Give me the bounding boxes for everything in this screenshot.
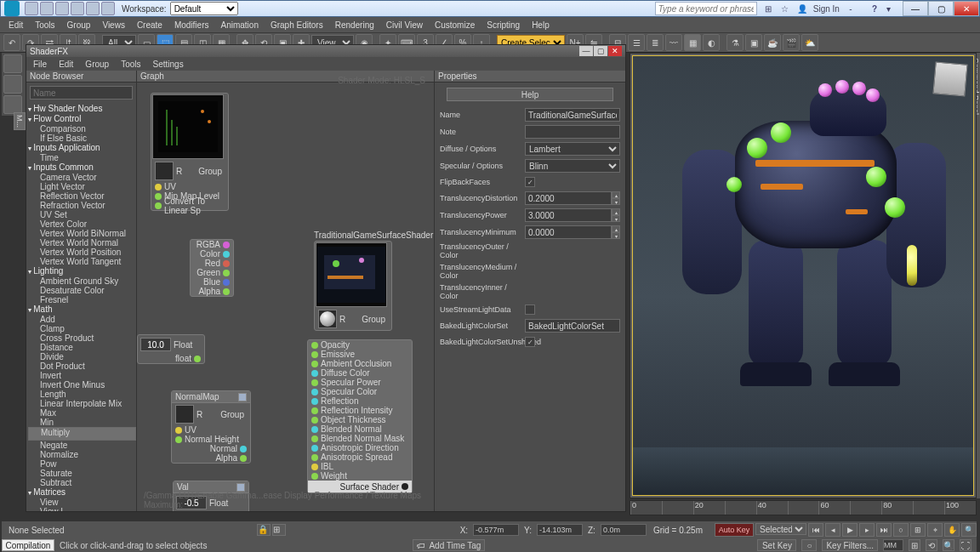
port-emissive[interactable]: Emissive: [308, 350, 412, 359]
prop-tm-input[interactable]: [525, 225, 612, 239]
nav-max-icon[interactable]: ⛶: [960, 539, 971, 551]
nb-item[interactable]: Clamp: [28, 324, 136, 333]
nav-4-icon[interactable]: 🔍: [961, 523, 977, 537]
nb-item[interactable]: Max: [28, 408, 136, 418]
key-mode-select[interactable]: Selected: [755, 523, 806, 535]
prop-note-input[interactable]: [525, 125, 620, 139]
key-icon[interactable]: ○: [893, 523, 909, 537]
port-reflection[interactable]: Reflection: [308, 396, 412, 406]
nb-item[interactable]: Desaturate Color: [28, 286, 136, 295]
prop-specular-select[interactable]: Blinn: [525, 159, 620, 173]
maximize-button[interactable]: ▢: [928, 1, 954, 16]
nb-item[interactable]: Normalize: [28, 450, 136, 459]
render-prod-icon[interactable]: 🎬: [783, 34, 800, 51]
qat-redo-icon[interactable]: [86, 2, 100, 15]
minimize-button[interactable]: —: [903, 1, 928, 16]
nb-item[interactable]: Refraction Vector: [28, 201, 136, 210]
undo-icon[interactable]: ↶: [3, 34, 20, 51]
nb-category[interactable]: Hw Shader Nodes: [28, 104, 136, 114]
group-toggle-icon[interactable]: [236, 483, 245, 492]
sfx-menu-edit[interactable]: Edit: [59, 60, 73, 69]
port-blended-normal-mask[interactable]: Blended Normal Mask: [308, 434, 412, 443]
menu-help[interactable]: Help: [532, 20, 550, 30]
goto-end-icon[interactable]: ⏭: [876, 523, 892, 537]
float-value[interactable]: 10.0: [140, 338, 171, 351]
keyfilters-button[interactable]: Key Filters...: [822, 539, 878, 551]
spinner-up-icon[interactable]: ▴: [612, 208, 620, 215]
sfx-menu-file[interactable]: File: [33, 60, 47, 69]
sfx-minimize-button[interactable]: —: [579, 46, 593, 56]
nb-category[interactable]: Math: [28, 304, 136, 315]
port-reflection-intensity[interactable]: Reflection Intensity: [308, 406, 412, 415]
nb-item[interactable]: Invert One Minus: [28, 380, 136, 390]
nb-category[interactable]: Inputs Common: [28, 162, 136, 173]
render-setup-icon[interactable]: ⚗: [726, 34, 744, 51]
nb-item[interactable]: Subtract: [28, 478, 136, 487]
node-texture-group[interactable]: R Group UV Mip Map Level Convert To Line…: [151, 93, 229, 211]
search-input[interactable]: [655, 2, 757, 15]
nb-item[interactable]: Ambient Ground Sky: [28, 276, 136, 286]
menu-create[interactable]: Create: [137, 20, 162, 30]
nb-item[interactable]: Invert: [28, 371, 136, 380]
port-object-thickness[interactable]: Object Thickness: [308, 415, 412, 424]
setkey-button[interactable]: Set Key: [757, 539, 796, 551]
prop-bl-input[interactable]: [525, 319, 620, 333]
render-frame-icon[interactable]: ▣: [745, 34, 762, 51]
group-toggle-icon[interactable]: [238, 393, 247, 401]
next-frame-icon[interactable]: ▸: [859, 523, 875, 537]
layers-icon[interactable]: ☰: [628, 34, 645, 51]
nb-item[interactable]: Negate: [28, 441, 136, 450]
nb-item[interactable]: Reflection Vector: [28, 191, 136, 201]
spinner-down-icon[interactable]: ▾: [612, 198, 620, 205]
port-anisotropic-spread[interactable]: Anisotropic Spread: [308, 452, 412, 462]
menu-tools[interactable]: Tools: [35, 20, 54, 30]
nav-3-icon[interactable]: ✋: [944, 523, 960, 537]
prop-name-input[interactable]: [525, 108, 620, 122]
qat-undo-icon[interactable]: [71, 2, 84, 15]
key-toggle-icon[interactable]: ○: [801, 539, 817, 551]
node-browser-list[interactable]: Hw Shader NodesFlow ControlComparisonIf …: [26, 103, 136, 511]
viewport[interactable]: [630, 53, 977, 498]
prop-diffuse-select[interactable]: Lambert: [525, 142, 620, 156]
node-surface-inputs[interactable]: OpacityEmissiveAmbient OcclusionDiffuse …: [307, 339, 413, 493]
close-button[interactable]: ✕: [954, 1, 979, 16]
nb-item[interactable]: Divide: [28, 352, 136, 361]
menu-customize[interactable]: Customize: [435, 20, 475, 30]
node-filter-input[interactable]: [30, 86, 133, 100]
coord-x-input[interactable]: [473, 524, 519, 536]
nb-item[interactable]: Vertex World Tangent: [28, 257, 136, 266]
node-texture-outputs[interactable]: RGBA Color Red Green Blue Alpha: [190, 239, 234, 297]
nav-pan-icon[interactable]: ⊞: [909, 539, 920, 551]
prop-tp-input[interactable]: [525, 208, 612, 222]
prop-blu-checkbox[interactable]: ✓: [525, 337, 535, 347]
qat-new-icon[interactable]: [25, 2, 38, 15]
port-diffuse-color[interactable]: Diffuse Color: [308, 368, 412, 378]
nb-item[interactable]: Cross Product: [28, 333, 136, 343]
nb-item[interactable]: Comparison: [28, 124, 136, 134]
shader-graph[interactable]: Graph Shader Mode: HLSL_S R Group: [137, 71, 435, 511]
workspace-select[interactable]: Default: [170, 2, 238, 15]
time-display[interactable]: [883, 539, 903, 551]
menu-graph-editors[interactable]: Graph Editors: [271, 20, 323, 30]
port-weight[interactable]: Weight: [308, 471, 412, 481]
port-blended-normal[interactable]: Blended Normal: [308, 424, 412, 434]
nb-item[interactable]: Fresnel: [28, 295, 136, 304]
menu-rendering[interactable]: Rendering: [335, 20, 374, 30]
nb-item[interactable]: Min: [28, 418, 136, 427]
nb-item[interactable]: View: [28, 498, 136, 507]
spinner-up-icon[interactable]: ▴: [612, 225, 620, 232]
nb-category[interactable]: Flow Control: [28, 114, 136, 124]
help-icon[interactable]: ?: [872, 4, 877, 14]
node-normalmap[interactable]: NormalMap RGroup UV Normal Height Normal…: [171, 390, 251, 464]
nb-item[interactable]: If Else Basic: [28, 134, 136, 143]
goto-start-icon[interactable]: ⏮: [808, 523, 823, 537]
nb-item[interactable]: Camera Vector: [28, 173, 136, 182]
nav-1-icon[interactable]: ⊞: [910, 523, 926, 537]
nb-item[interactable]: Distance: [28, 343, 136, 352]
online-icon[interactable]: ⛅: [801, 34, 818, 51]
menu-animation[interactable]: Animation: [220, 20, 258, 30]
nb-item[interactable]: Linear Interpolate Mix: [28, 399, 136, 408]
dock-slot-3[interactable]: [3, 95, 22, 114]
prop-flip-checkbox[interactable]: ✓: [525, 177, 535, 187]
qat-open-icon[interactable]: [40, 2, 54, 15]
